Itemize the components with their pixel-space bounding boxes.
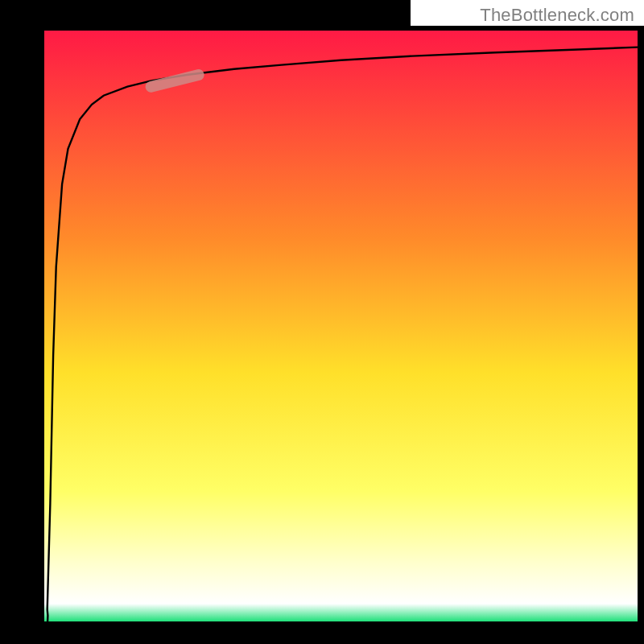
frame-bottom [0, 621, 644, 644]
chart-stage: TheBottleneck.com [0, 0, 644, 644]
plot-background [44, 31, 638, 621]
frame-right [638, 0, 644, 644]
chart-svg [0, 0, 644, 644]
frame-left [0, 0, 44, 644]
watermark-text: TheBottleneck.com [480, 5, 634, 26]
